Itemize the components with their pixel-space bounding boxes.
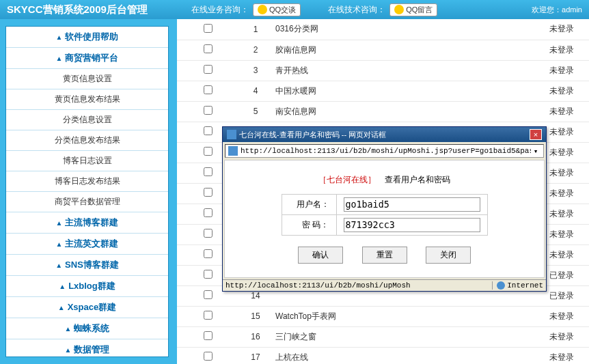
row-status: 未登录 [534,326,589,347]
close-icon[interactable]: × [530,129,542,140]
sidebar-item-label: 博客日志设置 [63,156,112,165]
sidebar-item-label: 主流英文群建 [65,238,118,249]
row-checkbox[interactable] [204,167,213,176]
dialog-title-text: 七台河在线-查看用户名和密码 -- 网页对话框 [239,130,386,140]
reset-button[interactable]: 重置 [362,247,407,264]
row-checkbox[interactable] [204,229,213,238]
row-checkbox[interactable] [204,290,213,299]
qq-talk-button[interactable]: QQ交谈 [253,3,301,16]
row-number: 5 [238,101,273,122]
app-title: SKYCC营销系统2009后台管理 [7,3,191,16]
triangle-icon: ▲ [55,262,62,269]
sidebar-item-label: 商贸营销平台 [65,53,118,63]
triangle-icon: ▲ [56,219,63,227]
row-checkbox[interactable] [204,352,213,361]
dialog-heading-text: 查看用户名和密码 [385,175,450,184]
biz-consult: 在线业务咨询： QQ交谈 [191,3,301,16]
sidebar-item-14[interactable]: ▲蜘蛛系统 [6,318,168,339]
table-row: 3青开热线未登录 [177,60,589,81]
sidebar-item-11[interactable]: ▲SNS博客群建 [6,255,168,276]
qq-icon [258,5,267,14]
row-checkbox[interactable] [204,106,213,115]
sidebar-item-label: 蜘蛛系统 [74,323,109,333]
status-zone: Internet [492,281,543,290]
sidebar-item-3[interactable]: 黄页信息发布结果 [6,89,168,110]
row-checkbox[interactable] [204,24,213,33]
sidebar-item-1[interactable]: ▲商贸营销平台 [6,48,168,69]
row-checkbox[interactable] [204,147,213,156]
password-input[interactable] [344,218,480,232]
table-row: 2胶南信息网未登录 [177,40,589,60]
sidebar-item-13[interactable]: ▲Xspace群建 [6,297,168,318]
chevron-down-icon[interactable]: ▾ [531,147,540,156]
sidebar-item-label: 分类信息设置 [63,115,112,124]
row-site-name: 三门峡之窗 [273,326,534,347]
sidebar-item-6[interactable]: 博客日志设置 [6,151,168,171]
row-checkbox[interactable] [204,331,213,340]
row-checkbox[interactable] [204,270,213,279]
row-checkbox[interactable] [204,126,213,135]
sidebar-item-7[interactable]: 博客日志发布结果 [6,171,168,192]
status-url: http://localhost:2113/ui/b2b/moshi/upMos… [225,281,411,290]
row-number: 1 [238,19,273,40]
row-status: 未登录 [534,19,589,40]
sidebar-item-9[interactable]: ▲主流博客群建 [6,212,168,234]
row-checkbox[interactable] [204,188,213,197]
sidebar-item-label: SNS博客群建 [65,260,119,270]
sidebar-item-label: 数据管理 [74,344,109,354]
row-site-name: 上杭在线 [273,347,534,364]
welcome-text: 欢迎您：admin [532,5,582,15]
username-input[interactable] [344,197,480,212]
row-number: 17 [238,347,273,364]
confirm-button[interactable]: 确认 [298,247,343,264]
row-checkbox[interactable] [204,65,213,74]
sidebar-item-12[interactable]: ▲Lxblog群建 [6,276,168,297]
sidebar-item-8[interactable]: 商贸平台数据管理 [6,192,168,212]
sidebar-item-15[interactable]: ▲数据管理 [6,339,168,357]
row-checkbox[interactable] [204,311,213,320]
row-number: 4 [238,81,273,101]
row-status: 未登录 [534,306,589,326]
close-button[interactable]: 关闭 [426,247,471,264]
password-label: 密 码： [282,215,336,236]
sidebar-item-label: 黄页信息发布结果 [55,94,120,104]
qq-msg-button[interactable]: QQ留言 [389,3,437,16]
row-number: 3 [238,60,273,81]
sidebar-item-label: 分类信息发布结果 [55,135,120,145]
sidebar-item-label: Lxblog群建 [68,281,115,291]
row-status: 未登录 [534,347,589,364]
row-checkbox[interactable] [204,208,213,217]
sidebar-item-label: Xspace群建 [68,302,117,312]
sidebar-item-10[interactable]: ▲主流英文群建 [6,234,168,255]
sidebar-item-0[interactable]: ▲软件使用帮助 [6,27,168,48]
table-row: 4中国水暖网未登录 [177,81,589,101]
tech-consult: 在线技术咨询： QQ留言 [328,3,437,16]
dialog-heading: ［七台河在线］ 查看用户名和密码 [238,174,530,186]
table-row: 5南安信息网未登录 [177,101,589,122]
triangle-icon: ▲ [59,283,66,290]
row-status: 未登录 [534,40,589,60]
ie-icon [227,130,236,139]
sidebar-item-label: 主流博客群建 [65,217,118,227]
row-checkbox[interactable] [204,85,213,94]
sidebar: ▲软件使用帮助▲商贸营销平台黄页信息设置黄页信息发布结果分类信息设置分类信息发布… [0,19,174,364]
row-status: 未登录 [534,81,589,101]
sidebar-item-label: 博客日志发布结果 [55,176,120,186]
row-checkbox[interactable] [204,44,213,53]
credentials-form: 用户名： 密 码： [282,194,488,236]
triangle-icon: ▲ [56,33,63,41]
triangle-icon: ▲ [65,325,72,333]
sidebar-item-4[interactable]: 分类信息设置 [6,110,168,130]
dialog-url-text[interactable]: http://localhost:2113/ui/b2b/moshi/upMos… [241,147,531,155]
row-number: 15 [238,306,273,326]
sidebar-item-label: 黄页信息设置 [63,74,112,83]
triangle-icon: ▲ [58,304,65,311]
sidebar-item-2[interactable]: 黄页信息设置 [6,69,168,89]
dialog-statusbar: http://localhost:2113/ui/b2b/moshi/upMos… [223,279,546,291]
username-label: 用户名： [282,195,336,215]
row-checkbox[interactable] [204,249,213,258]
sidebar-item-5[interactable]: 分类信息发布结果 [6,130,168,151]
dialog-site-name: ［七台河在线］ [318,175,376,184]
dialog-titlebar[interactable]: 七台河在线-查看用户名和密码 -- 网页对话框 × [223,127,546,142]
row-site-name: 南安信息网 [273,101,534,122]
